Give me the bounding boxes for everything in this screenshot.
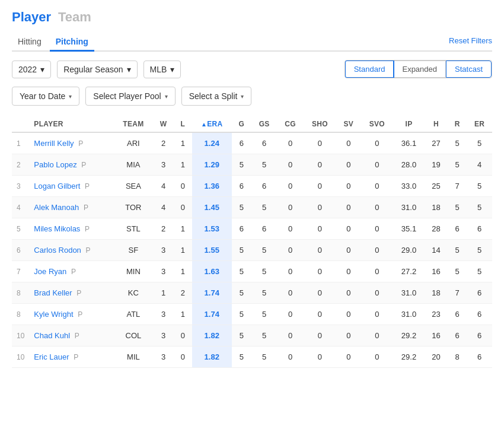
cell-l: 1 xyxy=(174,154,192,176)
col-g[interactable]: G xyxy=(232,116,251,132)
cell-r: 5 xyxy=(448,197,467,218)
season-type-select[interactable]: Regular Season ▾ xyxy=(57,61,137,78)
split-dropdown[interactable]: Select a Split ▾ xyxy=(181,87,252,106)
cell-era: 1.82 xyxy=(192,347,232,368)
league-select[interactable]: MLB ▾ xyxy=(143,61,181,78)
cell-svo: 0 xyxy=(361,282,393,304)
cell-cg: 0 xyxy=(277,154,303,176)
cell-era: 1.74 xyxy=(192,282,232,304)
col-r[interactable]: R xyxy=(448,116,467,132)
page-tabs: Player Team xyxy=(12,9,492,25)
cell-player: Kyle Wright P xyxy=(29,304,114,325)
cell-gs: 6 xyxy=(251,176,277,197)
cell-r: 6 xyxy=(448,304,467,325)
cell-team: MIN xyxy=(114,261,153,282)
col-rank xyxy=(12,116,29,132)
statcast-view-button[interactable]: Statcast xyxy=(446,61,492,78)
cell-player: Brad Keller P xyxy=(29,282,114,304)
cell-team: MIA xyxy=(114,154,153,176)
player-pool-chevron: ▾ xyxy=(165,93,168,100)
col-h[interactable]: H xyxy=(425,116,448,132)
cell-g: 6 xyxy=(232,218,251,240)
col-l[interactable]: L xyxy=(174,116,192,132)
cell-rank: 3 xyxy=(12,176,29,197)
cell-gs: 5 xyxy=(251,347,277,368)
reset-filters-button[interactable]: Reset Filters xyxy=(449,36,492,47)
col-player[interactable]: PLAYER xyxy=(29,116,114,132)
cell-gs: 5 xyxy=(251,197,277,218)
player-name-link[interactable]: Kyle Wright xyxy=(34,310,73,319)
player-name-link[interactable]: Alek Manoah xyxy=(34,203,79,212)
player-pool-dropdown[interactable]: Select Player Pool ▾ xyxy=(85,87,175,106)
col-er[interactable]: ER xyxy=(467,116,492,132)
cell-sho: 0 xyxy=(304,240,336,261)
expanded-view-button[interactable]: Expanded xyxy=(394,61,446,78)
player-name-link[interactable]: Pablo Lopez xyxy=(34,160,76,169)
col-w[interactable]: W xyxy=(153,116,174,132)
cell-h: 16 xyxy=(425,261,448,282)
cell-er: 5 xyxy=(467,240,492,261)
year-chevron: ▾ xyxy=(40,65,44,74)
tab-player[interactable]: Player xyxy=(12,9,51,25)
player-name-link[interactable]: Chad Kuhl xyxy=(34,331,70,340)
cell-era: 1.82 xyxy=(192,325,232,347)
cell-g: 5 xyxy=(232,282,251,304)
col-ip[interactable]: IP xyxy=(393,116,425,132)
col-svo[interactable]: SVO xyxy=(361,116,393,132)
stats-table: PLAYER TEAM W L ▲ERA G GS CG SHO SV SVO … xyxy=(12,116,492,368)
cell-player: Pablo Lopez P xyxy=(29,154,114,176)
cell-cg: 0 xyxy=(277,176,303,197)
cell-er: 6 xyxy=(467,282,492,304)
cell-sv: 0 xyxy=(336,132,361,154)
cell-cg: 0 xyxy=(277,325,303,347)
cell-sv: 0 xyxy=(336,240,361,261)
cell-w: 4 xyxy=(153,197,174,218)
cell-svo: 0 xyxy=(361,176,393,197)
cell-l: 1 xyxy=(174,304,192,325)
year-select[interactable]: 2022 ▾ xyxy=(12,61,51,78)
date-range-chevron: ▾ xyxy=(69,93,72,100)
col-sv[interactable]: SV xyxy=(336,116,361,132)
col-era[interactable]: ▲ERA xyxy=(192,116,232,132)
tab-hitting[interactable]: Hitting xyxy=(12,33,47,52)
cell-g: 5 xyxy=(232,240,251,261)
table-header-row: PLAYER TEAM W L ▲ERA G GS CG SHO SV SVO … xyxy=(12,116,492,132)
player-name-link[interactable]: Eric Lauer xyxy=(34,352,69,361)
cell-rank: 7 xyxy=(12,261,29,282)
cell-er: 6 xyxy=(467,218,492,240)
col-sho[interactable]: SHO xyxy=(304,116,336,132)
player-name-link[interactable]: Miles Mikolas xyxy=(34,224,80,233)
col-gs[interactable]: GS xyxy=(251,116,277,132)
table-row: 8 Brad Keller P KC 1 2 1.74 5 5 0 0 0 0 … xyxy=(12,282,492,304)
date-range-dropdown[interactable]: Year to Date ▾ xyxy=(12,87,79,106)
cell-w: 2 xyxy=(153,132,174,154)
cell-player: Merrill Kelly P xyxy=(29,132,114,154)
cell-rank: 8 xyxy=(12,304,29,325)
player-name-link[interactable]: Merrill Kelly xyxy=(34,139,74,148)
cell-sv: 0 xyxy=(336,347,361,368)
league-value: MLB xyxy=(150,65,167,74)
sort-arrow-up: ▲ xyxy=(201,121,207,128)
player-name-link[interactable]: Logan Gilbert xyxy=(34,182,80,190)
tab-pitching[interactable]: Pitching xyxy=(50,33,94,52)
cell-r: 7 xyxy=(448,176,467,197)
player-pos: P xyxy=(78,310,82,319)
standard-view-button[interactable]: Standard xyxy=(344,60,395,78)
cell-rank: 6 xyxy=(12,240,29,261)
player-name-link[interactable]: Joe Ryan xyxy=(34,267,66,276)
col-team[interactable]: TEAM xyxy=(114,116,153,132)
tab-team[interactable]: Team xyxy=(58,9,91,25)
player-name-link[interactable]: Carlos Rodon xyxy=(34,246,81,255)
player-name-link[interactable]: Brad Keller xyxy=(34,288,72,297)
cell-cg: 0 xyxy=(277,261,303,282)
cell-w: 3 xyxy=(153,347,174,368)
cell-gs: 5 xyxy=(251,282,277,304)
cell-gs: 6 xyxy=(251,132,277,154)
cell-h: 16 xyxy=(425,325,448,347)
cell-r: 5 xyxy=(448,154,467,176)
col-cg[interactable]: CG xyxy=(277,116,303,132)
player-pos: P xyxy=(84,204,88,212)
cell-cg: 0 xyxy=(277,240,303,261)
cell-team: KC xyxy=(114,282,153,304)
player-pos: P xyxy=(78,139,83,148)
